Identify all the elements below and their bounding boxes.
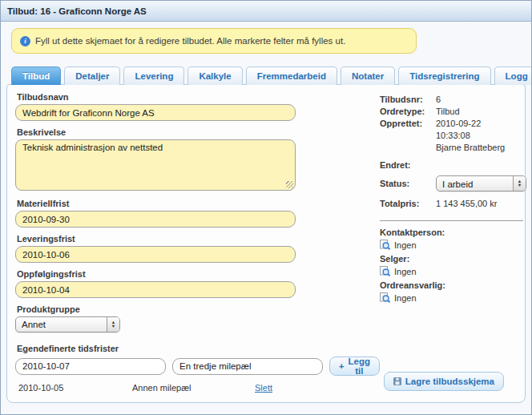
oppfolgingsfrist-label: Oppfølgingsfrist [17, 269, 380, 279]
selger-label: Selger: [380, 253, 526, 265]
tilbudsnr-value: 6 [436, 94, 526, 106]
divider [380, 220, 523, 221]
produktgruppe-value: Annet [16, 317, 107, 332]
totalpris-label: Totalpris: [380, 198, 436, 210]
status-value: I arbeid [437, 176, 513, 191]
tab-bar: Tilbud Detaljer Levering Kalkyle Fremmed… [11, 66, 526, 85]
search-icon[interactable] [380, 266, 391, 277]
tab-detaljer[interactable]: Detaljer [64, 66, 120, 85]
kontaktperson-value: Ingen [394, 239, 417, 252]
endret-label: Endret: [380, 159, 436, 171]
tidsfrister-label: Egendefinerte tidsfrister [17, 344, 380, 353]
produktgruppe-label: Produktgruppe [17, 304, 380, 314]
select-stepper-icon: ▲▼ [107, 317, 119, 332]
add-milestone-button[interactable]: + Legg til [329, 357, 380, 376]
status-select[interactable]: I arbeid ▲▼ [436, 175, 526, 191]
selger-value-row: Ingen [380, 265, 526, 278]
tab-notater[interactable]: Notater [341, 66, 395, 85]
leveringsfrist-input[interactable] [15, 246, 296, 263]
tilbudsnavn-label: Tilbudsnavn [17, 92, 380, 102]
details-column: Tilbudsnr: 6 Ordretype: Tilbud Opprettet… [380, 92, 526, 393]
tilbudsnavn-input[interactable] [15, 104, 296, 121]
endret-row: Endret: [380, 159, 526, 171]
notice-text: Fyll ut dette skjemaet for å redigere ti… [35, 36, 345, 46]
plus-icon: + [339, 361, 344, 371]
search-icon[interactable] [380, 292, 391, 304]
produktgruppe-select[interactable]: Annet ▲▼ [15, 316, 120, 332]
tab-tidsregistrering[interactable]: Tidsregistrering [398, 66, 490, 85]
window-titlebar: Tilbud: 16 - Graficonn Norge AS [1, 1, 531, 22]
opprettet-row: Opprettet: 2010-09-22 10:33:08 Bjarne Br… [380, 118, 526, 154]
ordretype-row: Ordretype: Tilbud [380, 106, 526, 118]
milestone-new-row: + Legg til [15, 357, 380, 376]
form-column: Tilbudsnavn Beskrivelse Teknisk administ… [15, 92, 380, 393]
milestone-row: 2010-10-05 Annen milepæl Slett [18, 383, 380, 393]
window-title: Tilbud: 16 - Graficonn Norge AS [7, 6, 147, 16]
save-icon [393, 377, 401, 385]
tilbudsnr-row: Tilbudsnr: 6 [380, 94, 526, 106]
tab-tilbud[interactable]: Tilbud [11, 66, 61, 85]
ordreansvarlig-value: Ingen [394, 292, 417, 304]
oppfolgingsfrist-input[interactable] [15, 281, 296, 298]
select-stepper-icon: ▲▼ [513, 176, 526, 191]
tilbudsnr-label: Tilbudsnr: [380, 94, 436, 106]
milestone-name-input[interactable] [172, 358, 323, 375]
tilbud-form-panel: Tilbudsnavn Beskrivelse Teknisk administ… [6, 84, 526, 403]
tab-fremmedarbeid[interactable]: Fremmedarbeid [246, 66, 337, 85]
info-notice: i Fyll ut dette skjemaet for å redigere … [11, 28, 417, 54]
tab-kalkyle[interactable]: Kalkyle [187, 66, 242, 85]
search-icon[interactable] [380, 240, 391, 251]
ordretype-label: Ordretype: [380, 106, 436, 118]
kontaktperson-label: Kontaktperson: [380, 227, 526, 239]
tab-levering[interactable]: Levering [123, 66, 184, 85]
tab-logg[interactable]: Logg [494, 66, 532, 85]
materiellfrist-label: Materiellfrist [17, 199, 380, 208]
delete-milestone-link[interactable]: Slett [255, 383, 380, 393]
kontaktperson-value-row: Ingen [380, 239, 526, 252]
save-button-label: Lagre tilbudsskjema [405, 377, 494, 386]
ordreansvarlig-value-row: Ingen [380, 292, 526, 304]
leveringsfrist-label: Leveringsfrist [17, 234, 380, 244]
beskrivelse-label: Beskrivelse [17, 127, 380, 137]
tilbud-window: Tilbud: 16 - Graficonn Norge AS i Fyll u… [0, 0, 532, 415]
totalpris-row: Totalpris: 1 143 455,00 kr [380, 198, 526, 210]
status-row: Status: I arbeid ▲▼ [380, 175, 526, 191]
window-body: i Fyll ut dette skjemaet for å redigere … [1, 22, 531, 415]
milestone-name: Annen milepæl [132, 383, 255, 393]
ordreansvarlig-label: Ordreansvarlig: [380, 280, 526, 292]
ordretype-value: Tilbud [436, 106, 526, 118]
selger-value: Ingen [394, 265, 417, 278]
endret-value [436, 159, 526, 171]
milestone-date: 2010-10-05 [18, 383, 132, 393]
save-button[interactable]: Lagre tilbudsskjema [384, 372, 504, 391]
totalpris-value: 1 143 455,00 kr [436, 198, 526, 210]
materiellfrist-input[interactable] [15, 211, 296, 228]
opprettet-value: 2010-09-22 10:33:08 Bjarne Bratteberg [436, 118, 526, 154]
beskrivelse-textarea[interactable]: Teknisk administrasjon av nettsted [15, 139, 296, 191]
add-milestone-label: Legg til [349, 357, 370, 376]
opprettet-label: Opprettet: [380, 118, 436, 154]
info-icon: i [20, 36, 30, 46]
status-label: Status: [380, 178, 436, 190]
milestone-date-input[interactable] [15, 358, 166, 375]
